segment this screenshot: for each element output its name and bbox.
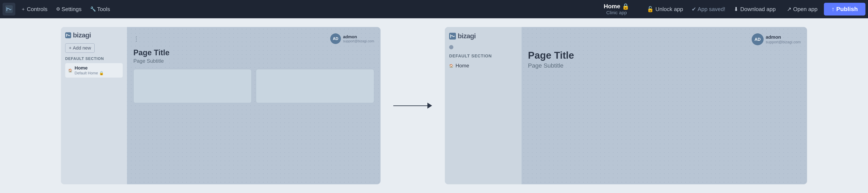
topbar-actions: 🔓 Unlock app ✔ App saved! ⬇ Download app… <box>642 3 865 15</box>
app-name-text: Home <box>603 3 620 10</box>
add-new-label: Add new <box>73 45 91 51</box>
download-label: Download app <box>740 6 776 12</box>
nav-page-info: Home Default Home 🔒 <box>74 65 104 75</box>
editor-top-bar: ⋮ AD admon support@bizagi.com <box>133 33 374 44</box>
output-user: AD admon support@bizagi.com <box>752 33 801 45</box>
topbar-nav: ＋ Controls ⚙ Settings 🔧 Tools <box>17 4 114 14</box>
editor-widget-1 <box>133 69 252 103</box>
nav-controls-label: Controls <box>27 6 48 12</box>
publish-icon: ↑ <box>832 6 835 12</box>
publish-button[interactable]: ↑ Publish <box>824 3 865 15</box>
app-name-center: Home 🔒 Clinic app <box>597 3 636 15</box>
editor-avatar: AD <box>330 33 341 44</box>
sidebar-logo: bizagi <box>65 31 123 39</box>
output-logo: bizagi <box>449 32 517 40</box>
unlock-label: Unlock app <box>655 6 683 12</box>
output-user-info: admon support@bizagi.com <box>766 34 801 44</box>
output-nav-home[interactable]: 🏠 Home <box>449 61 517 70</box>
main-content: bizagi + Add new DEFAULT SECTION 🏠 Home … <box>0 18 868 193</box>
output-page-subtitle: Page Subtitle <box>528 62 801 69</box>
home-icon: 🏠 <box>68 69 72 73</box>
plus-icon: ＋ <box>21 6 26 12</box>
output-top-bar: AD admon support@bizagi.com <box>528 33 801 45</box>
plus-icon: + <box>69 45 71 51</box>
unlock-app-button[interactable]: 🔓 Unlock app <box>642 4 688 15</box>
editor-user-name: admon <box>343 34 374 39</box>
sidebar-bizagi-text: bizagi <box>73 31 91 39</box>
check-icon: ✔ <box>691 6 696 12</box>
output-status-dot <box>449 45 454 49</box>
nav-page-sub: Default Home 🔒 <box>74 71 104 75</box>
gear-icon: ⚙ <box>56 6 60 12</box>
app-saved-indicator: ✔ App saved! <box>689 6 727 12</box>
download-icon: ⬇ <box>734 6 739 12</box>
editor-page-title: Page Title <box>133 48 374 57</box>
nav-item-controls[interactable]: ＋ Controls <box>17 4 51 14</box>
app-saved-label: App saved! <box>698 6 725 12</box>
arrow-head <box>427 103 432 109</box>
editor-inner: bizagi + Add new DEFAULT SECTION 🏠 Home … <box>61 27 380 184</box>
add-new-button[interactable]: + Add new <box>65 43 95 53</box>
arrow-container <box>393 103 432 109</box>
editor-widgets <box>133 69 374 103</box>
editor-user-info: admon support@bizagi.com <box>343 34 374 43</box>
nav-page-home[interactable]: 🏠 Home Default Home 🔒 <box>65 63 123 78</box>
editor-main: ⋮ AD admon support@bizagi.com Page Title… <box>127 27 380 184</box>
dot-menu-icon[interactable]: ⋮ <box>133 35 140 42</box>
output-home-icon: 🏠 <box>449 64 454 68</box>
arrow <box>393 103 432 109</box>
output-main: AD admon support@bizagi.com Page Title P… <box>522 27 807 184</box>
output-avatar: AD <box>752 33 764 45</box>
topbar-logo <box>3 3 16 15</box>
unlock-icon: 🔓 <box>647 6 654 12</box>
app-title: Home 🔒 <box>603 3 629 10</box>
tools-icon: 🔧 <box>90 6 96 12</box>
editor-sidebar: bizagi + Add new DEFAULT SECTION 🏠 Home … <box>61 27 127 184</box>
output-section-label: DEFAULT SECTION <box>449 53 517 59</box>
output-user-name: admon <box>766 34 801 40</box>
open-icon: ↗ <box>787 6 792 12</box>
lock-icon: 🔒 <box>622 3 629 10</box>
editor-widget-2 <box>256 69 374 103</box>
editor-preview: bizagi + Add new DEFAULT SECTION 🏠 Home … <box>61 27 380 184</box>
output-inner: bizagi DEFAULT SECTION 🏠 Home AD admon <box>445 27 807 184</box>
svg-rect-0 <box>5 5 13 13</box>
nav-tools-label: Tools <box>97 6 110 12</box>
arrow-shaft <box>393 106 427 106</box>
output-sidebar: bizagi DEFAULT SECTION 🏠 Home <box>445 27 522 184</box>
topbar: ＋ Controls ⚙ Settings 🔧 Tools Home 🔒 Cli… <box>0 0 868 18</box>
publish-label: Publish <box>836 6 858 12</box>
open-app-button[interactable]: ↗ Open app <box>782 4 822 15</box>
default-section-label: DEFAULT SECTION <box>65 56 123 61</box>
editor-user-email: support@bizagi.com <box>343 39 374 43</box>
nav-settings-label: Settings <box>62 6 82 12</box>
output-bizagi-text: bizagi <box>458 32 476 40</box>
download-app-button[interactable]: ⬇ Download app <box>729 4 780 15</box>
app-subtitle: Clinic app <box>607 10 627 15</box>
nav-item-tools[interactable]: 🔧 Tools <box>86 4 114 14</box>
output-user-email: support@bizagi.com <box>766 40 801 44</box>
nav-item-settings[interactable]: ⚙ Settings <box>52 4 86 14</box>
output-preview: bizagi DEFAULT SECTION 🏠 Home AD admon <box>445 27 807 184</box>
editor-user: AD admon support@bizagi.com <box>330 33 374 44</box>
output-nav-label: Home <box>456 63 469 69</box>
output-page-title: Page Title <box>528 49 801 61</box>
open-label: Open app <box>793 6 817 12</box>
nav-page-title: Home <box>74 65 104 71</box>
editor-page-subtitle: Page Subtitle <box>133 58 374 64</box>
